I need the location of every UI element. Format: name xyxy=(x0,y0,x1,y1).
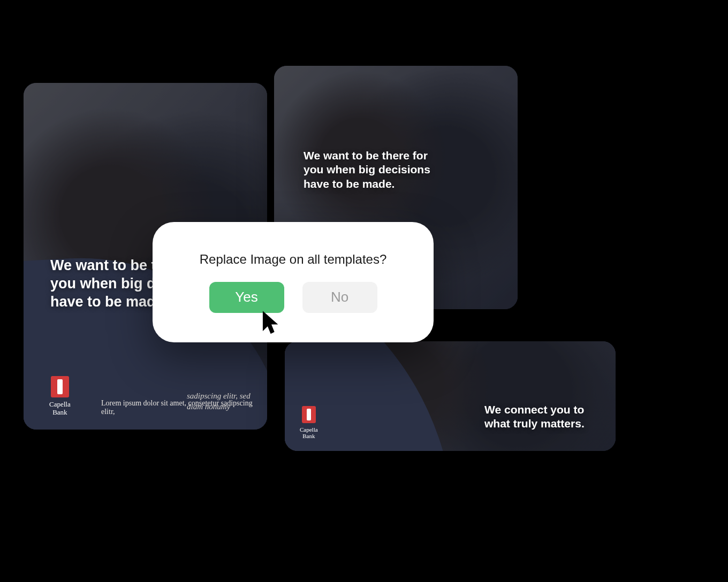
template-footer-text: Lorem ipsum dolor sit amet, consetetur s… xyxy=(101,399,267,416)
template-card-banner[interactable]: We connect you to what truly matters. Ca… xyxy=(285,341,616,451)
brand-lockup: CapellaBank xyxy=(49,376,71,416)
yes-button[interactable]: Yes xyxy=(209,282,284,313)
canvas: We want to be there for you when big dec… xyxy=(0,0,728,582)
template-headline: We connect you to what truly matters. xyxy=(484,403,597,431)
template-headline: We want to be there for you when big dec… xyxy=(304,149,448,191)
no-button[interactable]: No xyxy=(302,282,377,313)
dialog-actions: Yes No xyxy=(209,282,377,313)
dialog-title: Replace Image on all templates? xyxy=(200,252,387,267)
brand-name: CapellaBank xyxy=(49,401,71,416)
brand-logo-icon xyxy=(51,376,69,397)
confirm-dialog: Replace Image on all templates? Yes No xyxy=(153,222,434,342)
brand-logo-icon xyxy=(302,406,316,423)
brand-lockup: CapellaBank xyxy=(300,406,318,439)
brand-name: CapellaBank xyxy=(300,426,318,439)
